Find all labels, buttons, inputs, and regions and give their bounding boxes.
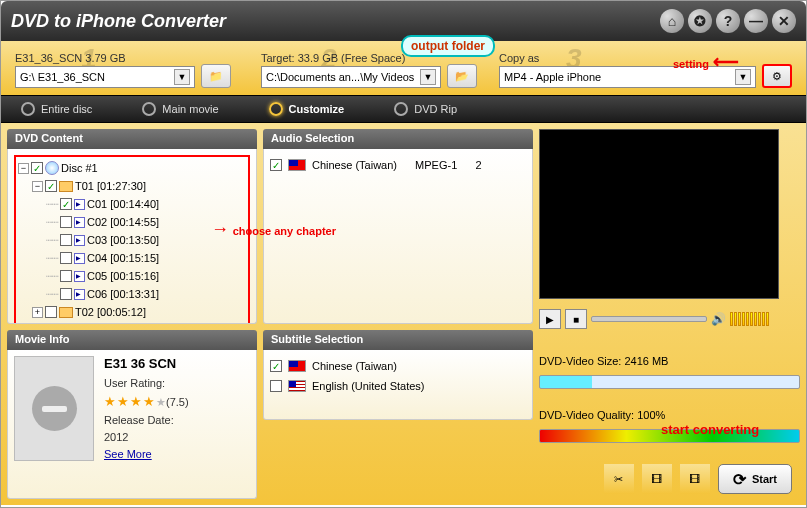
chapter-icon	[74, 235, 85, 246]
play-button[interactable]: ▶	[539, 309, 561, 329]
home-button[interactable]: ⌂	[660, 9, 684, 33]
flag-icon	[288, 159, 306, 171]
seek-slider[interactable]	[591, 316, 707, 322]
copyas-combo[interactable]: MP4 - Apple iPhone ▼	[499, 66, 756, 88]
source-value: G:\ E31_36_SCN	[20, 71, 105, 83]
checkbox[interactable]	[60, 288, 72, 300]
close-button[interactable]: ✕	[772, 9, 796, 33]
chevron-down-icon: ▼	[735, 69, 751, 85]
chapter-icon	[74, 217, 85, 228]
effects-button[interactable]: 🎞	[642, 464, 672, 494]
circle-icon	[142, 102, 156, 116]
chapter-icon	[74, 289, 85, 300]
expander[interactable]: −	[18, 163, 29, 174]
checkbox[interactable]: ✓	[270, 159, 282, 171]
folder-icon	[59, 307, 73, 318]
flag-icon	[288, 360, 306, 372]
circle-icon	[394, 102, 408, 116]
browse-target-button[interactable]: 📂	[447, 64, 477, 88]
subtitle-lang[interactable]: English (United States)	[312, 380, 425, 392]
chapter-label[interactable]: C01 [00:14:40]	[87, 198, 159, 210]
checkbox[interactable]: ✓	[270, 360, 282, 372]
movie-poster	[14, 356, 94, 461]
circle-icon	[269, 102, 283, 116]
browse-source-button[interactable]: 📁	[201, 64, 231, 88]
chapter-label[interactable]: C02 [00:14:55]	[87, 216, 159, 228]
settings-button[interactable]: ⚙	[762, 64, 792, 88]
checkbox[interactable]	[60, 270, 72, 282]
disc-label: Disc #1	[61, 162, 98, 174]
star-half-icon: ★	[156, 396, 166, 408]
refresh-icon: ⟳	[733, 470, 746, 489]
star-icon: ★★★★	[104, 394, 156, 409]
audio-lang[interactable]: Chinese (Taiwan)	[312, 159, 397, 171]
start-label: Start	[752, 473, 777, 485]
volume-icon[interactable]: 🔊	[711, 312, 726, 326]
rating-label: User Rating:	[104, 377, 189, 389]
title-label[interactable]: T02 [00:05:12]	[75, 306, 146, 318]
audio-header: Audio Selection	[263, 129, 533, 149]
chapter-label[interactable]: C04 [00:15:15]	[87, 252, 159, 264]
chevron-down-icon: ▼	[420, 69, 436, 85]
scissors-icon: ✂	[614, 473, 623, 486]
checkbox[interactable]: ✓	[60, 198, 72, 210]
minimize-button[interactable]: —	[744, 9, 768, 33]
expander[interactable]: −	[32, 181, 43, 192]
chapter-icon	[74, 271, 85, 282]
folder-open-icon: 📂	[455, 70, 469, 83]
movie-title: E31 36 SCN	[104, 356, 189, 371]
folder-icon: 📁	[209, 70, 223, 83]
app-title: DVD to iPhone Converter	[11, 11, 656, 32]
audio-ch: 2	[475, 159, 481, 171]
title-label[interactable]: T01 [01:27:30]	[75, 180, 146, 192]
see-more-link[interactable]: See More	[104, 448, 189, 460]
film-plus-icon: 🎞	[689, 473, 700, 485]
quality-meter	[539, 429, 800, 443]
rating-value: (7.5)	[166, 396, 189, 408]
tab-main-movie[interactable]: Main movie	[142, 102, 218, 116]
chapter-icon	[74, 199, 85, 210]
source-combo[interactable]: G:\ E31_36_SCN ▼	[15, 66, 195, 88]
checkbox[interactable]	[60, 216, 72, 228]
gear-icon: ⚙	[772, 70, 782, 83]
no-poster-icon	[32, 386, 77, 431]
target-value: C:\Documents an...\My Videos	[266, 71, 414, 83]
tab-customize[interactable]: Customize	[269, 102, 345, 116]
tab-dvd-rip[interactable]: DVD Rip	[394, 102, 457, 116]
chapter-icon	[74, 253, 85, 264]
size-label: DVD-Video Size: 2416 MB	[539, 355, 800, 367]
dvd-tree[interactable]: −✓ Disc #1−✓ T01 [01:27:30]┈┈✓ C01 [00:1…	[14, 155, 250, 324]
web-button[interactable]: ✪	[688, 9, 712, 33]
expander[interactable]: +	[32, 307, 43, 318]
target-combo[interactable]: C:\Documents an...\My Videos ▼	[261, 66, 441, 88]
checkbox[interactable]	[60, 252, 72, 264]
volume-meter[interactable]	[730, 312, 800, 326]
subtitle-lang[interactable]: Chinese (Taiwan)	[312, 360, 397, 372]
help-button[interactable]: ?	[716, 9, 740, 33]
release-value: 2012	[104, 431, 189, 443]
chapter-label[interactable]: C05 [00:15:16]	[87, 270, 159, 282]
film-icon: 🎞	[651, 473, 662, 485]
start-button[interactable]: ⟳ Start	[718, 464, 792, 494]
audio-codec: MPEG-1	[415, 159, 457, 171]
checkbox[interactable]	[45, 306, 57, 318]
checkbox[interactable]: ✓	[31, 162, 43, 174]
preview-pane	[539, 129, 779, 299]
stop-button[interactable]: ■	[565, 309, 587, 329]
folder-icon	[59, 181, 73, 192]
tab-entire-disc[interactable]: Entire disc	[21, 102, 92, 116]
circle-icon	[21, 102, 35, 116]
checkbox[interactable]	[270, 380, 282, 392]
cut-button[interactable]: ✂	[604, 464, 634, 494]
chapter-label[interactable]: C06 [00:13:31]	[87, 288, 159, 300]
target-label: Target: 33.9 GB (Free Space)	[261, 52, 441, 64]
movie-info-header: Movie Info	[7, 330, 257, 350]
chevron-down-icon: ▼	[174, 69, 190, 85]
chapter-label[interactable]: C03 [00:13:50]	[87, 234, 159, 246]
checkbox[interactable]	[60, 234, 72, 246]
flag-icon	[288, 380, 306, 392]
disc-icon	[45, 161, 59, 175]
checkbox[interactable]: ✓	[45, 180, 57, 192]
add-button[interactable]: 🎞	[680, 464, 710, 494]
source-label: E31_36_SCN 3.79 GB	[15, 52, 195, 64]
